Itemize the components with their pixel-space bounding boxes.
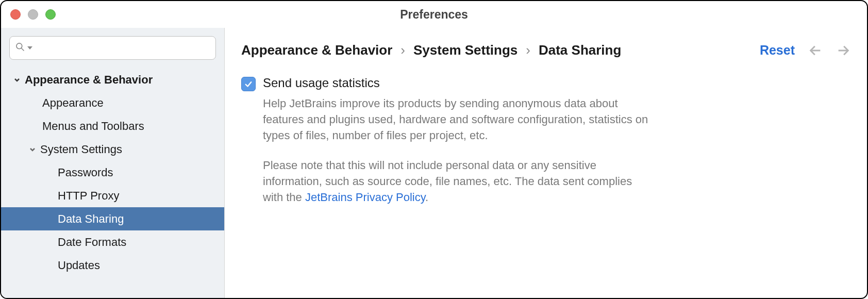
svg-point-0 [16, 43, 22, 49]
main-header: Appearance & Behavior › System Settings … [241, 42, 850, 58]
tree-date-formats[interactable]: Date Formats [1, 230, 224, 254]
desc-text: . [425, 191, 428, 204]
search-dropdown-icon[interactable] [27, 43, 32, 53]
tree-label: System Settings [40, 143, 122, 156]
svg-line-1 [22, 48, 24, 51]
titlebar: Preferences [1, 1, 867, 28]
setting-title: Send usage statistics [263, 76, 655, 90]
breadcrumb: Appearance & Behavior › System Settings … [241, 42, 621, 58]
send-usage-stats-checkbox[interactable] [241, 77, 256, 91]
breadcrumb-sep: › [526, 42, 530, 58]
tree-system-settings[interactable]: System Settings [1, 138, 224, 161]
tree-label: Passwords [58, 166, 113, 179]
tree-passwords[interactable]: Passwords [1, 161, 224, 184]
setting-desc-p1: Help JetBrains improve its products by s… [263, 95, 655, 144]
tree-data-sharing[interactable]: Data Sharing [1, 207, 224, 230]
breadcrumb-part[interactable]: System Settings [413, 42, 518, 58]
tree-appearance-behavior[interactable]: Appearance & Behavior [1, 68, 224, 91]
tree-label: Appearance & Behavior [25, 73, 153, 87]
chevron-down-icon [12, 77, 22, 83]
tree-label: HTTP Proxy [58, 189, 119, 203]
nav-forward-button[interactable] [836, 43, 850, 58]
privacy-policy-link[interactable]: JetBrains Privacy Policy [305, 191, 425, 204]
tree-updates[interactable]: Updates [1, 254, 224, 277]
breadcrumb-part: Data Sharing [539, 42, 621, 58]
minimize-button[interactable] [28, 9, 38, 20]
settings-tree: Appearance & Behavior Appearance Menus a… [1, 66, 224, 298]
tree-label: Menus and Toolbars [42, 120, 144, 133]
tree-menus-toolbars[interactable]: Menus and Toolbars [1, 114, 224, 138]
svg-marker-2 [27, 46, 32, 49]
main-panel: Appearance & Behavior › System Settings … [225, 28, 867, 298]
header-actions: Reset [760, 43, 850, 58]
tree-http-proxy[interactable]: HTTP Proxy [1, 184, 224, 207]
tree-label: Date Formats [58, 236, 126, 249]
nav-back-button[interactable] [808, 43, 823, 58]
setting-send-usage-stats: Send usage statistics Help JetBrains imp… [241, 76, 850, 219]
tree-label: Appearance [42, 96, 104, 110]
chevron-down-icon [28, 146, 37, 153]
search-icon [15, 42, 25, 54]
setting-desc-p2: Please note that this will not include p… [263, 157, 655, 206]
window-title: Preferences [400, 8, 468, 22]
close-button[interactable] [10, 9, 21, 20]
maximize-button[interactable] [45, 9, 56, 20]
tree-appearance[interactable]: Appearance [1, 91, 224, 114]
breadcrumb-part[interactable]: Appearance & Behavior [241, 42, 392, 58]
search-input[interactable] [9, 36, 216, 60]
tree-label: Data Sharing [58, 212, 124, 226]
setting-description: Help JetBrains improve its products by s… [263, 95, 655, 205]
breadcrumb-sep: › [400, 42, 405, 58]
sidebar: Appearance & Behavior Appearance Menus a… [1, 28, 225, 298]
window-controls [10, 9, 56, 20]
tree-label: Updates [58, 259, 100, 272]
reset-button[interactable]: Reset [760, 43, 795, 58]
